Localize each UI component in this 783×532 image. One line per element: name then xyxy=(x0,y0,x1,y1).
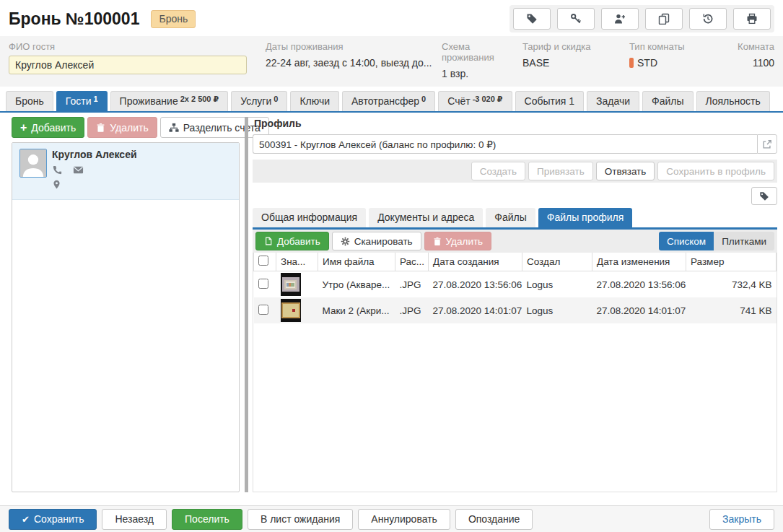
tab-files[interactable]: Файлы xyxy=(642,91,693,111)
check-in-button[interactable]: Поселить xyxy=(172,509,242,530)
profile-heading: Профиль xyxy=(254,118,777,129)
tab-services[interactable]: Услуги0 xyxy=(231,91,287,111)
tab-guest-files[interactable]: Файлы xyxy=(486,208,535,227)
tab-events[interactable]: События 1 xyxy=(515,91,584,111)
unlink-profile-button[interactable]: Отвязать xyxy=(596,162,655,180)
envelope-icon xyxy=(73,165,84,175)
history-icon xyxy=(702,13,714,25)
trash-icon xyxy=(96,123,105,133)
tab-autotransfer[interactable]: Автотрансфер0 xyxy=(342,91,435,111)
annul-button[interactable]: Аннулировать xyxy=(358,509,450,530)
tab-documents-addresses[interactable]: Документы и адреса xyxy=(369,208,483,227)
select-all-cell xyxy=(254,253,276,271)
create-profile-button[interactable]: Создать xyxy=(471,162,525,180)
row-checkbox[interactable] xyxy=(258,305,268,315)
column-created[interactable]: Дата создания xyxy=(429,253,522,271)
guest-name-input[interactable] xyxy=(9,56,247,74)
tab-badge: 0 xyxy=(421,95,426,103)
tab-bill[interactable]: Счёт-3 020 ₽ xyxy=(438,91,512,111)
tab-label: Общая информация xyxy=(261,212,357,223)
no-show-button[interactable]: Незаезд xyxy=(102,509,167,530)
dates-field: Даты проживания 22-24 авг, заезд с 14:00… xyxy=(266,41,442,69)
tab-tasks[interactable]: Задачи xyxy=(587,91,639,111)
files-table: Зна... Имя файла Рас... Дата создания Со… xyxy=(253,253,777,323)
tab-label: Файлы xyxy=(494,212,526,223)
select-all-checkbox[interactable] xyxy=(258,256,268,266)
column-author[interactable]: Создал xyxy=(522,253,592,271)
tab-label: Услуги xyxy=(240,95,271,107)
tariff-value: BASE xyxy=(522,57,629,69)
tab-keys[interactable]: Ключи xyxy=(290,91,339,111)
column-modified[interactable]: Дата изменения xyxy=(592,253,686,271)
guest-card[interactable]: Круглов Алексей xyxy=(12,143,239,200)
file-thumbnail xyxy=(281,299,301,322)
history-button[interactable] xyxy=(689,8,727,30)
file-size: 732,4 KB xyxy=(686,271,777,298)
plus-icon: + xyxy=(20,122,27,134)
file-name: Утро (Акваре... xyxy=(318,271,395,298)
column-name[interactable]: Имя файла xyxy=(318,253,395,271)
print-button[interactable] xyxy=(733,8,771,30)
file-row[interactable]: Утро (Акваре... .JPG 27.08.2020 13:56:06… xyxy=(254,271,777,298)
tab-guests[interactable]: Гости1 xyxy=(56,91,108,111)
save-to-profile-button[interactable]: Сохранить в профиль xyxy=(657,162,774,180)
add-guest-button[interactable]: +Добавить xyxy=(12,117,84,138)
row-select-cell xyxy=(254,271,276,298)
tab-badge: 0 xyxy=(274,95,278,103)
add-guest-button[interactable] xyxy=(601,8,639,30)
booking-window: Бронь №100001 Бронь xyxy=(0,0,783,532)
guest-name: Круглов Алексей xyxy=(51,149,137,160)
tag-icon xyxy=(526,13,538,25)
delete-file-label: Удалить xyxy=(446,236,484,247)
person-silhouette-icon xyxy=(20,149,46,177)
waitlist-button[interactable]: В лист ожидания xyxy=(248,509,353,530)
tab-label: Автотрансфер xyxy=(351,95,419,107)
open-profile-button[interactable] xyxy=(757,134,777,154)
save-button[interactable]: ✔Сохранить xyxy=(9,509,97,530)
avatar xyxy=(19,149,47,178)
dates-value: 22-24 авг, заезд с 14:00, выезд до... xyxy=(266,57,442,69)
tariff-label: Тариф и скидка xyxy=(522,41,629,52)
tab-label: События 1 xyxy=(525,95,574,107)
file-row[interactable]: Маки 2 (Акри... .JPG 27.08.2020 14:01:07… xyxy=(254,297,777,323)
tab-booking[interactable]: Бронь xyxy=(6,91,53,111)
split-bills-label: Разделить счета xyxy=(183,122,261,134)
profile-tag-button[interactable] xyxy=(751,187,777,205)
tab-profile-files[interactable]: Файлы профиля xyxy=(538,208,633,227)
tab-general-info[interactable]: Общая информация xyxy=(253,208,366,227)
file-modified: 27.08.2020 14:01:07 xyxy=(592,297,686,323)
copy-documents-icon xyxy=(658,13,670,25)
profile-actions: Создать Привязать Отвязать Сохранить в п… xyxy=(253,160,777,183)
tab-loyalty[interactable]: Лояльность xyxy=(696,91,770,111)
tag-button[interactable] xyxy=(513,8,551,30)
tariff-field: Тариф и скидка BASE xyxy=(522,41,629,69)
room-type-field: Тип комнаты STD xyxy=(629,41,731,69)
column-size[interactable]: Размер xyxy=(686,253,777,271)
booking-tab-bar: Бронь Гости1 Проживание2x 2 500 ₽ Услуги… xyxy=(0,87,783,113)
delete-file-button[interactable]: Удалить xyxy=(424,232,492,250)
add-file-button[interactable]: Добавить xyxy=(255,232,329,250)
room-value: 1100 xyxy=(731,57,774,69)
tab-stay[interactable]: Проживание2x 2 500 ₽ xyxy=(110,91,229,111)
column-ext[interactable]: Рас... xyxy=(395,253,429,271)
view-tiles-button[interactable]: Плитками xyxy=(714,232,774,250)
file-thumbnail xyxy=(281,273,301,296)
scan-button[interactable]: Сканировать xyxy=(332,232,421,250)
copy-button[interactable] xyxy=(645,8,683,30)
guests-toolbar: +Добавить Удалить Разделить счета xyxy=(12,117,240,138)
guest-name-label: ФИО гостя xyxy=(9,41,247,52)
row-checkbox[interactable] xyxy=(258,279,268,289)
thumbnail-cell xyxy=(276,271,318,298)
location-icon xyxy=(52,179,61,190)
delete-guest-button[interactable]: Удалить xyxy=(87,117,157,138)
link-profile-button[interactable]: Привязать xyxy=(528,162,593,180)
view-list-button[interactable]: Списком xyxy=(659,232,714,250)
room-field: Комната 1100 xyxy=(731,41,774,69)
column-thumb[interactable]: Зна... xyxy=(276,253,318,271)
pane-splitter[interactable] xyxy=(245,117,248,492)
late-button[interactable]: Опоздание xyxy=(455,509,533,530)
thumb-art xyxy=(281,302,300,318)
key-button[interactable] xyxy=(557,8,595,30)
profile-input[interactable] xyxy=(253,134,757,154)
close-button[interactable]: Закрыть xyxy=(709,509,774,530)
